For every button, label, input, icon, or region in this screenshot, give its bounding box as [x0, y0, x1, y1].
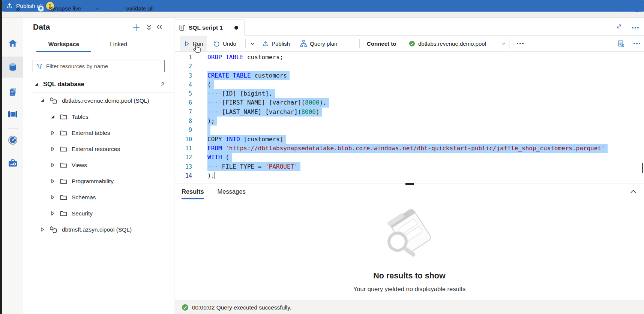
view-settings-icon: [617, 40, 624, 47]
folder-icon: [60, 146, 67, 152]
code-line-11[interactable]: 11FROM 'https://dbtlabsynapsedatalake.bl…: [175, 144, 644, 153]
double-chevron-down-icon: [146, 24, 152, 31]
add-resource-button[interactable]: [132, 24, 140, 32]
code-line-3[interactable]: 3CREATE TABLE customers: [175, 71, 644, 80]
validate-all-button[interactable]: Validate all: [115, 0, 154, 17]
results-panel-header: Results Messages: [175, 184, 644, 202]
nav-home-button[interactable]: [2, 33, 23, 54]
nav-develop-button[interactable]: [2, 81, 23, 102]
code-line-10[interactable]: 10COPY INTO [customers]: [175, 135, 644, 144]
selection-highlight: ····[ID] [bigint],: [207, 89, 275, 98]
discard-all-button[interactable]: [633, 0, 641, 17]
toolbar-more-button[interactable]: [517, 36, 524, 51]
expanded-twisty-icon[interactable]: [40, 99, 44, 103]
sql-code-editor[interactable]: 1DROP TABLE customers;23CREATE TABLE cus…: [175, 52, 644, 184]
code-line-14[interactable]: 14);: [175, 171, 644, 180]
connect-to-label: Connect to: [367, 36, 396, 51]
collapsed-twisty-icon[interactable]: [51, 147, 55, 151]
code-line-6[interactable]: 6····[FIRST_NAME] [varchar](8000),: [175, 98, 644, 107]
toolbar-overflow-button[interactable]: [633, 36, 640, 51]
filter-box: [33, 60, 165, 72]
tab-sql-script-1[interactable]: SQL script 1: [175, 19, 245, 36]
empty-results-title: No results to show: [373, 271, 445, 281]
code-line-7[interactable]: 7····[LAST_NAME] [varchar](8000): [175, 108, 644, 117]
line-number: 3: [175, 71, 192, 80]
tab-linked[interactable]: Linked: [91, 41, 146, 52]
code-line-12[interactable]: 12WITH (: [175, 153, 644, 162]
collapsed-twisty-icon[interactable]: [51, 195, 55, 199]
tree-item-label: Tables: [72, 114, 89, 120]
code-line-5[interactable]: 5····[ID] [bigint],: [175, 89, 644, 98]
nav-manage-button[interactable]: [2, 153, 23, 173]
upload-icon: [6, 3, 13, 9]
run-options-dropdown-button[interactable]: [250, 36, 255, 51]
code-line-2[interactable]: 2: [175, 62, 644, 71]
resize-handle[interactable]: [405, 183, 414, 185]
run-button[interactable]: Run: [180, 36, 207, 51]
tree-item-programmability[interactable]: Programmability: [23, 173, 174, 189]
tree-item-label: External tables: [72, 130, 110, 136]
refresh-button[interactable]: [617, 0, 624, 17]
code-line-13[interactable]: 13····FILE_TYPE = 'PARQUET': [175, 162, 644, 171]
publish-button[interactable]: Publish: [263, 36, 290, 51]
tree-item-schemas[interactable]: Schemas: [23, 189, 174, 205]
folder-icon: [60, 178, 67, 184]
tree-item-label: dbtlabs.revenue.demo.pool (SQL): [62, 97, 149, 104]
filter-input[interactable]: [46, 63, 161, 69]
expanded-twisty-icon[interactable]: [51, 115, 55, 119]
collapsed-twisty-icon[interactable]: [51, 163, 55, 167]
query-plan-button[interactable]: Query plan: [300, 36, 337, 51]
code-lines: 1DROP TABLE customers;23CREATE TABLE cus…: [175, 53, 644, 180]
line-number: 6: [175, 98, 192, 107]
line-number: 4: [175, 80, 192, 89]
home-icon: [8, 39, 18, 48]
tab-workspace[interactable]: Workspace: [36, 41, 91, 52]
tab-results[interactable]: Results: [182, 188, 204, 199]
double-chevron-right-icon: »: [16, 4, 20, 13]
tree-item-dbtlabs-revenue-demo-pool-sql[interactable]: dbtlabs.revenue.demo.pool (SQL): [23, 93, 174, 109]
collapsed-twisty-icon[interactable]: [51, 211, 55, 215]
tree-item-security[interactable]: Security: [23, 205, 174, 221]
empty-results-subtitle: Your query yielded no displayable result…: [353, 286, 465, 293]
folder-icon: [60, 211, 67, 217]
code-line-9[interactable]: 9: [175, 126, 644, 135]
database-tree: SQL database2dbtlabs.revenue.demo.pool (…: [23, 76, 174, 238]
code-line-4[interactable]: 4(: [175, 80, 644, 89]
mode-switcher[interactable]: Synapse live: [37, 0, 100, 17]
sql-pool-icon: [50, 226, 57, 233]
collapsed-twisty-icon[interactable]: [40, 227, 44, 232]
expanded-twisty-icon[interactable]: [35, 82, 39, 86]
code-line-8[interactable]: 8);: [175, 117, 644, 126]
tree-item-sql-database[interactable]: SQL database2: [23, 76, 174, 92]
tree-item-dbtmsft-azsyn-cipool-sql[interactable]: dbtmsft.azsyn.cipool (SQL): [23, 221, 174, 238]
collapsed-twisty-icon[interactable]: [51, 131, 55, 135]
undo-button[interactable]: Undo: [213, 36, 236, 51]
scrollbar-cursor-marker: [642, 163, 643, 173]
nav-data-button[interactable]: [2, 57, 23, 78]
trash-icon: [633, 5, 641, 13]
expand-all-button[interactable]: [146, 24, 152, 31]
integrate-icon: [8, 110, 18, 118]
collapse-results-button[interactable]: [630, 189, 637, 194]
expand-sidebar-button[interactable]: »: [14, 0, 23, 17]
nav-monitor-button[interactable]: [2, 130, 23, 151]
expand-editor-button[interactable]: [616, 23, 622, 30]
tree-item-label: Security: [72, 210, 93, 217]
toolbar-divider: [359, 39, 360, 48]
tab-more-button[interactable]: [632, 23, 639, 30]
collapsed-twisty-icon[interactable]: [51, 179, 55, 183]
tree-item-external-tables[interactable]: External tables: [23, 125, 174, 141]
code-line-1[interactable]: 1DROP TABLE customers;: [175, 53, 644, 62]
tree-item-external-resources[interactable]: External resources: [23, 141, 174, 157]
synapse-logo-icon: [37, 4, 45, 13]
plus-icon: [132, 24, 140, 32]
connect-pool-dropdown[interactable]: dbtlabs.revenue.demo.pool: [406, 38, 509, 49]
properties-button[interactable]: [617, 36, 624, 51]
tree-item-views[interactable]: Views: [23, 157, 174, 173]
tree-item-tables[interactable]: Tables: [23, 109, 174, 125]
panel-title: Data: [33, 22, 50, 31]
collapse-panel-button[interactable]: [156, 24, 163, 30]
folder-icon: [60, 194, 67, 200]
nav-integrate-button[interactable]: [2, 104, 23, 125]
tab-messages[interactable]: Messages: [218, 188, 246, 199]
